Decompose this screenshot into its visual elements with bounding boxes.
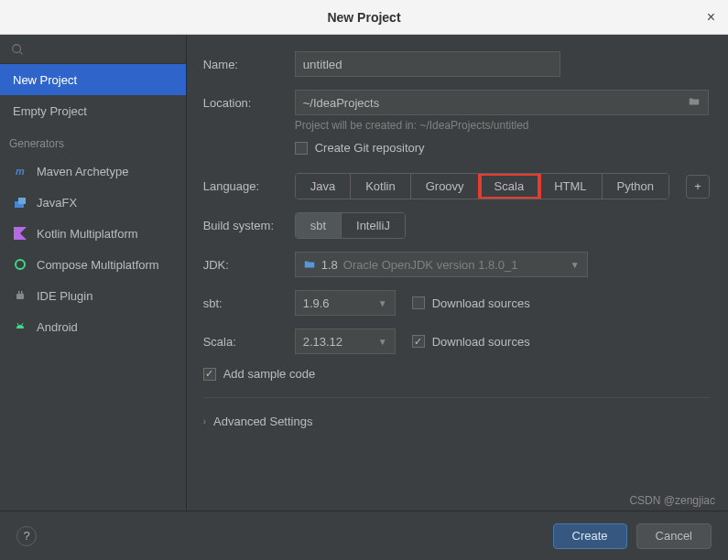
git-checkbox-label: Create Git repository [315,141,425,155]
scala-value: 2.13.12 [303,335,342,349]
sbt-download-label: Download sources [432,296,530,310]
generator-kotlin-multiplatform[interactable]: Kotlin Multiplatform [0,218,186,249]
help-button[interactable]: ? [16,526,37,546]
svg-point-0 [13,44,21,52]
scala-select[interactable]: 2.13.12 ▼ [295,328,396,354]
build-intellij[interactable]: IntelliJ [342,213,405,238]
location-label: Location: [203,96,295,110]
svg-rect-3 [18,198,26,204]
svg-rect-7 [18,291,20,294]
build-sbt[interactable]: sbt [296,213,342,238]
name-input[interactable] [295,51,560,77]
generator-label: Compose Multiplatform [37,258,159,272]
svg-rect-8 [21,291,23,294]
scala-download-checkbox[interactable] [412,335,425,348]
language-java[interactable]: Java [296,174,351,199]
sidebar-item-new-project[interactable]: New Project [0,64,186,95]
chevron-right-icon: › [203,416,206,426]
generators-header: Generators [0,126,186,156]
android-icon [13,319,27,334]
cancel-button[interactable]: Cancel [636,523,712,549]
folder-icon [303,258,316,271]
language-group: Java Kotlin Groovy Scala HTML Python [295,173,669,199]
generator-maven-archetype[interactable]: m Maven Archetype [0,156,186,187]
jdk-select[interactable]: 1.8 Oracle OpenJDK version 1.8.0_1 ▼ [295,252,588,277]
generator-compose-multiplatform[interactable]: Compose Multiplatform [0,249,186,280]
chevron-down-icon: ▼ [378,298,387,308]
sbt-value: 1.9.6 [303,296,330,310]
plugin-icon [13,288,27,303]
location-input[interactable]: ~/IdeaProjects [295,90,709,115]
sbt-download-checkbox[interactable] [412,296,425,309]
language-python[interactable]: Python [603,174,668,199]
footer: ? Create Cancel [0,511,728,560]
browse-folder-icon[interactable] [688,95,701,111]
build-group: sbt IntelliJ [295,212,406,239]
build-label: Build system: [203,219,295,232]
sbt-label: sbt: [203,296,295,310]
svg-line-1 [20,51,23,54]
svg-line-10 [22,323,23,325]
svg-rect-6 [16,294,24,299]
name-label: Name: [203,58,295,71]
sidebar-item-label: Empty Project [13,104,87,118]
generator-javafx[interactable]: JavaFX [0,187,186,218]
scala-download-label: Download sources [432,335,530,349]
add-language-button[interactable]: + [686,175,710,199]
location-hint: Project will be created in: ~/IdeaProjec… [295,119,710,132]
javafx-icon [13,195,27,210]
svg-point-5 [16,260,25,269]
maven-icon: m [13,164,27,178]
watermark: CSDN @zengjiac [629,494,715,507]
jdk-label: JDK: [203,258,295,272]
generator-ide-plugin[interactable]: IDE Plugin [0,280,186,311]
sidebar: New Project Empty Project Generators m M… [0,35,187,511]
generator-label: IDE Plugin [37,289,92,303]
sidebar-item-empty-project[interactable]: Empty Project [0,95,186,126]
generator-label: JavaFX [37,196,77,210]
generator-label: Kotlin Multiplatform [37,227,138,241]
titlebar: New Project × [0,0,728,35]
scala-label: Scala: [203,335,295,349]
svg-line-9 [17,323,18,325]
window-title: New Project [327,10,400,25]
language-groovy[interactable]: Groovy [411,174,480,199]
generator-android[interactable]: Android [0,311,186,342]
language-scala[interactable]: Scala [480,174,540,199]
chevron-down-icon: ▼ [570,260,580,270]
svg-marker-4 [14,227,27,240]
language-html[interactable]: HTML [539,174,602,199]
add-sample-checkbox[interactable] [203,368,216,381]
jdk-detail: Oracle OpenJDK version 1.8.0_1 [343,258,518,272]
close-icon[interactable]: × [707,9,715,26]
location-value: ~/IdeaProjects [303,96,379,110]
kotlin-icon [13,226,27,241]
advanced-label: Advanced Settings [213,415,312,428]
generator-label: Android [37,320,78,334]
git-checkbox[interactable] [295,142,308,155]
create-button[interactable]: Create [553,523,627,549]
sidebar-item-label: New Project [13,73,77,87]
content-pane: Name: Location: ~/IdeaProjects Project w… [187,35,728,511]
generator-label: Maven Archetype [37,165,128,178]
jdk-value: 1.8 [321,258,338,272]
search-icon [11,43,24,56]
divider [203,397,710,398]
sbt-select[interactable]: 1.9.6 ▼ [295,290,396,316]
chevron-down-icon: ▼ [378,337,387,347]
search-input[interactable] [0,35,186,64]
language-label: Language: [203,179,295,193]
compose-icon [13,257,27,272]
add-sample-label: Add sample code [223,367,315,381]
language-kotlin[interactable]: Kotlin [351,174,411,199]
advanced-settings-toggle[interactable]: › Advanced Settings [203,415,710,428]
